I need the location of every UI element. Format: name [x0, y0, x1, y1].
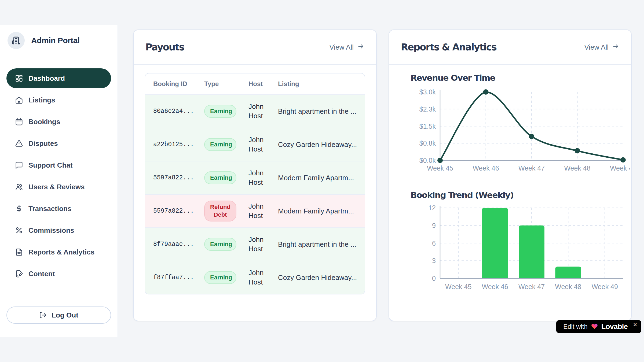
svg-text:0: 0	[432, 275, 436, 282]
home-icon	[15, 96, 23, 104]
booking-id-cell: a22b0125...	[153, 141, 204, 148]
lovable-badge[interactable]: Edit with Lovable ×	[556, 320, 641, 333]
lovable-badge-brand: Lovable	[601, 323, 628, 331]
calendar-icon	[15, 118, 23, 126]
alert-triangle-icon	[15, 139, 23, 147]
sidebar-item-disputes[interactable]: Disputes	[6, 134, 111, 153]
listing-cell: Cozy Garden Hideaway...	[278, 274, 357, 282]
bar-chart-title: Booking Trend (Weekly)	[411, 190, 631, 200]
sidebar-item-label: Content	[28, 270, 55, 278]
payouts-table: Booking IDTypeHostListing 80a6e2a4...Ear…	[145, 73, 365, 294]
type-cell: Earning	[204, 105, 248, 118]
type-badge: Refund Debt	[204, 201, 236, 221]
log-out-icon	[39, 311, 47, 319]
type-badge: Earning	[204, 238, 236, 251]
arrow-right-icon	[612, 43, 619, 52]
table-body: 80a6e2a4...EarningJohn HostBright apartm…	[145, 94, 365, 294]
payouts-panel: Payouts View All Booking IDTypeHostListi…	[133, 29, 377, 321]
sidebar-item-label: Transactions	[28, 205, 71, 213]
sidebar-item-reports-analytics[interactable]: Reports & Analytics	[6, 242, 111, 262]
sidebar: Admin Portal DashboardListingsBookingsDi…	[0, 25, 118, 337]
type-cell: Earning	[204, 138, 248, 151]
dollar-sign-icon	[15, 205, 23, 213]
table-row: 5597a822...Refund DebtJohn HostModern Fa…	[145, 194, 365, 227]
users-icon	[15, 183, 23, 191]
type-badge: Earning	[204, 271, 236, 284]
payouts-view-all-link[interactable]: View All	[329, 43, 364, 52]
type-cell: Earning	[204, 238, 248, 251]
sidebar-item-label: Dashboard	[28, 74, 65, 83]
file-text-icon	[15, 248, 23, 256]
payouts-header: Payouts View All	[134, 30, 376, 65]
arrow-right-icon	[357, 43, 364, 52]
sidebar-nav: DashboardListingsBookingsDisputesSupport…	[6, 68, 111, 284]
reports-panel: Reports & Analytics View All Revenue Ove…	[389, 29, 632, 321]
type-badge: Earning	[204, 105, 236, 118]
revenue-line-chart: $0.0k$0.8k$1.5k$2.3k$3.0kWeek 45Week 46W…	[402, 85, 630, 175]
svg-text:Week 49: Week 49	[592, 283, 618, 290]
listing-cell: Bright apartment in the ...	[278, 240, 357, 249]
sidebar-item-label: Commissions	[28, 226, 74, 235]
percent-icon	[15, 226, 23, 234]
svg-text:Week 47: Week 47	[518, 283, 545, 290]
booking-id-cell: 8f79aaae...	[153, 241, 204, 248]
sidebar-item-transactions[interactable]: Transactions	[6, 199, 111, 219]
payouts-title: Payouts	[145, 42, 184, 53]
svg-text:6: 6	[432, 239, 436, 247]
svg-text:Week 49: Week 49	[610, 164, 630, 172]
svg-text:$0.8k: $0.8k	[419, 139, 436, 147]
table-row: 80a6e2a4...EarningJohn HostBright apartm…	[145, 94, 365, 128]
reports-view-all-link[interactable]: View All	[584, 43, 619, 52]
booking-bar-chart: 036912Week 45Week 46Week 47Week 48Week 4…	[402, 202, 630, 296]
listing-cell: Modern Family Apartm...	[278, 207, 357, 215]
lovable-badge-prefix: Edit with	[563, 323, 588, 330]
reports-title: Reports & Analytics	[401, 42, 496, 53]
logout-button[interactable]: Log Out	[6, 306, 111, 324]
type-badge: Earning	[204, 171, 236, 184]
svg-text:Week 45: Week 45	[427, 164, 453, 172]
column-header-host: Host	[248, 80, 278, 88]
view-all-label: View All	[329, 43, 354, 51]
file-pen-icon	[15, 270, 23, 278]
brand-title: Admin Portal	[31, 36, 80, 45]
sidebar-item-label: Bookings	[28, 118, 60, 126]
sidebar-item-label: Reports & Analytics	[28, 248, 94, 256]
table-row: f87ffaa7...EarningJohn HostCozy Garden H…	[145, 261, 365, 294]
host-cell: John Host	[248, 268, 278, 287]
booking-id-cell: f87ffaa7...	[153, 274, 204, 281]
host-cell: John Host	[248, 135, 278, 154]
svg-text:3: 3	[432, 257, 436, 264]
table-header-row: Booking IDTypeHostListing	[145, 73, 365, 94]
sidebar-item-dashboard[interactable]: Dashboard	[6, 68, 111, 88]
sidebar-item-label: Disputes	[28, 139, 58, 148]
type-cell: Earning	[204, 171, 248, 184]
sidebar-item-content[interactable]: Content	[6, 264, 111, 284]
sidebar-item-label: Listings	[28, 96, 55, 104]
table-row: 5597a822...EarningJohn HostModern Family…	[145, 161, 365, 194]
table-row: 8f79aaae...EarningJohn HostBright apartm…	[145, 227, 365, 261]
sidebar-item-bookings[interactable]: Bookings	[6, 112, 111, 132]
svg-text:$2.3k: $2.3k	[419, 105, 436, 113]
column-header-booking-id: Booking ID	[153, 80, 204, 88]
svg-text:$3.0k: $3.0k	[419, 88, 436, 96]
type-badge: Earning	[204, 138, 236, 151]
booking-id-cell: 5597a822...	[153, 208, 204, 215]
svg-text:$0.0k: $0.0k	[419, 157, 436, 164]
message-square-icon	[15, 161, 23, 169]
sidebar-item-users-reviews[interactable]: Users & Reviews	[6, 177, 111, 197]
reports-header: Reports & Analytics View All	[389, 30, 631, 65]
sidebar-item-support-chat[interactable]: Support Chat	[6, 155, 111, 175]
line-chart-title: Revenue Over Time	[411, 73, 631, 83]
sidebar-item-listings[interactable]: Listings	[6, 90, 111, 110]
booking-id-cell: 80a6e2a4...	[153, 108, 204, 115]
svg-text:Week 48: Week 48	[555, 283, 581, 290]
sidebar-item-commissions[interactable]: Commissions	[6, 220, 111, 240]
listing-cell: Modern Family Apartm...	[278, 174, 357, 182]
svg-text:Week 47: Week 47	[518, 164, 545, 172]
column-header-listing: Listing	[278, 80, 357, 88]
type-cell: Refund Debt	[204, 201, 248, 221]
badge-close-icon[interactable]: ×	[633, 321, 637, 328]
booking-id-cell: 5597a822...	[153, 174, 204, 181]
svg-text:Week 46: Week 46	[473, 164, 499, 172]
logout-label: Log Out	[52, 311, 78, 319]
